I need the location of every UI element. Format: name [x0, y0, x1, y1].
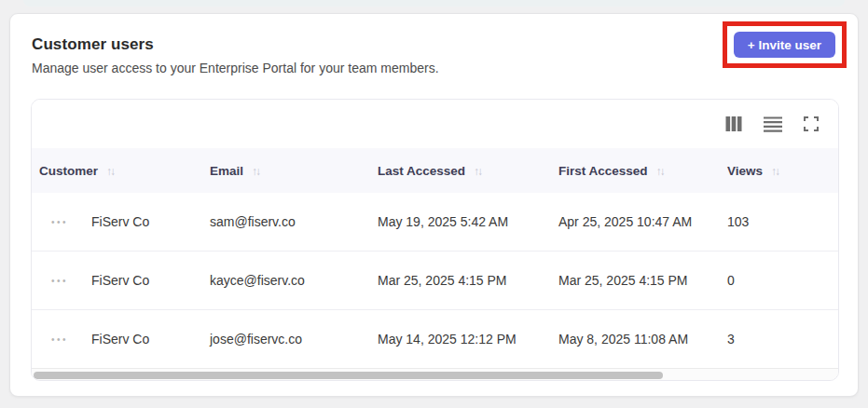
- first-accessed-cell: Mar 25, 2025 4:15 PM: [558, 252, 727, 310]
- scrollbar-thumb[interactable]: [34, 372, 663, 379]
- column-label: Last Accessed: [378, 164, 465, 178]
- email-cell: jose@fiservc.co: [210, 310, 378, 369]
- row-actions-icon[interactable]: •••: [51, 276, 68, 286]
- sort-icon[interactable]: ↑↓: [771, 165, 778, 178]
- column-label: First Accessed: [558, 164, 648, 178]
- views-cell: 103: [727, 193, 839, 252]
- email-cell: kayce@fiserv.co: [210, 252, 378, 310]
- customer-users-table: Customer↑↓ Email↑↓ Last Accessed↑↓ First…: [32, 148, 839, 368]
- last-accessed-cell: Mar 25, 2025 4:15 PM: [378, 252, 558, 310]
- column-label: Email: [210, 164, 243, 178]
- customer-name: FiServ Co: [91, 214, 149, 229]
- column-label: Customer: [39, 164, 98, 178]
- table-header-row: Customer↑↓ Email↑↓ Last Accessed↑↓ First…: [32, 148, 839, 193]
- row-actions-icon[interactable]: •••: [51, 217, 68, 227]
- row-density-icon[interactable]: [764, 116, 782, 132]
- views-cell: 3: [727, 310, 839, 369]
- annotation-highlight-box: + Invite user: [723, 21, 847, 68]
- last-accessed-cell: May 19, 2025 5:42 AM: [378, 193, 558, 252]
- last-accessed-cell: May 14, 2025 12:12 PM: [378, 310, 558, 369]
- sort-icon[interactable]: ↑↓: [474, 165, 481, 178]
- page-title: Customer users: [32, 35, 836, 54]
- first-accessed-cell: Apr 25, 2025 10:47 AM: [558, 193, 727, 252]
- column-label: Views: [727, 164, 763, 178]
- table-toolbar: [32, 100, 838, 148]
- column-header-email[interactable]: Email↑↓: [210, 148, 378, 193]
- customer-name: FiServ Co: [91, 273, 149, 288]
- column-header-first-accessed[interactable]: First Accessed↑↓: [558, 148, 727, 193]
- first-accessed-cell: May 8, 2025 11:08 AM: [558, 310, 727, 369]
- email-cell: sam@fiserv.co: [210, 193, 378, 252]
- table-row: •••FiServ Co sam@fiserv.co May 19, 2025 …: [32, 193, 839, 252]
- row-actions-icon[interactable]: •••: [51, 334, 68, 345]
- sort-icon[interactable]: ↑↓: [252, 165, 259, 178]
- previous-card-bottom-edge: [23, 0, 845, 7]
- customer-users-card: Customer users Manage user access to you…: [9, 13, 859, 397]
- sort-icon[interactable]: ↑↓: [656, 165, 664, 178]
- table-row: •••FiServ Co kayce@fiserv.co Mar 25, 202…: [32, 252, 839, 310]
- column-header-last-accessed[interactable]: Last Accessed↑↓: [378, 148, 558, 193]
- table-row: •••FiServ Co jose@fiservc.co May 14, 202…: [32, 310, 839, 369]
- views-cell: 0: [727, 252, 839, 310]
- users-table-panel: Customer↑↓ Email↑↓ Last Accessed↑↓ First…: [31, 99, 839, 381]
- card-header: Customer users Manage user access to you…: [10, 14, 858, 75]
- sort-icon[interactable]: ↑↓: [106, 165, 114, 178]
- column-visibility-icon[interactable]: [725, 116, 742, 131]
- horizontal-scrollbar[interactable]: [32, 368, 838, 381]
- fullscreen-icon[interactable]: [804, 116, 819, 131]
- column-header-customer[interactable]: Customer↑↓: [32, 148, 210, 193]
- invite-user-button[interactable]: + Invite user: [734, 32, 835, 58]
- page-subtitle: Manage user access to your Enterprise Po…: [32, 61, 836, 75]
- customer-name: FiServ Co: [91, 332, 149, 347]
- column-header-views[interactable]: Views↑↓: [727, 148, 839, 193]
